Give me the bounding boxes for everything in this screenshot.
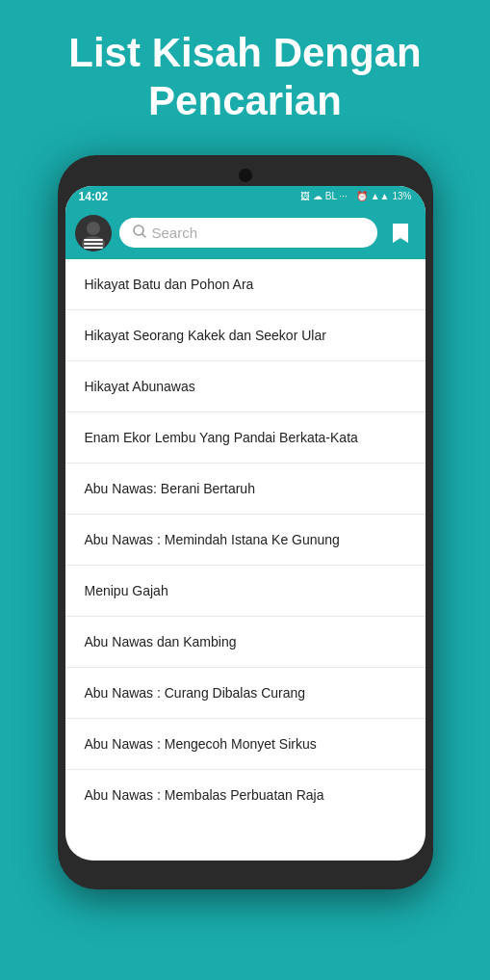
list-item[interactable]: Abu Nawas : Memindah Istana Ke Gunung: [65, 515, 426, 566]
battery-text: 13%: [392, 191, 411, 201]
search-icon: [133, 225, 146, 241]
list-container: Hikayat Batu dan Pohon AraHikayat Seoran…: [65, 259, 426, 820]
status-icons: 🖼 ☁ BL ··· ⏰ ▲▲ 13%: [300, 191, 411, 201]
phone-screen: 14:02 🖼 ☁ BL ··· ⏰ ▲▲ 13%: [65, 186, 426, 861]
hamburger-icon[interactable]: [75, 239, 112, 249]
signal-icons: ▲▲: [371, 191, 390, 201]
search-box[interactable]: Search: [119, 218, 377, 248]
search-placeholder-text: Search: [152, 225, 198, 241]
avatar-container: [75, 215, 112, 252]
list-item[interactable]: Hikayat Abunawas: [65, 361, 426, 412]
bookmark-button[interactable]: [385, 218, 416, 249]
notification-icons: 🖼 ☁ BL ···: [300, 191, 348, 201]
list-item[interactable]: Abu Nawas dan Kambing: [65, 617, 426, 668]
phone-frame: 14:02 🖼 ☁ BL ··· ⏰ ▲▲ 13%: [58, 155, 433, 889]
alarm-icon: ⏰: [356, 191, 368, 201]
list-item[interactable]: Hikayat Seorang Kakek dan Seekor Ular: [65, 310, 426, 361]
list-item[interactable]: Hikayat Batu dan Pohon Ara: [65, 259, 426, 310]
svg-line-3: [142, 234, 145, 237]
status-time: 14:02: [79, 190, 109, 203]
list-item[interactable]: Abu Nawas : Mengecoh Monyet Sirkus: [65, 719, 426, 770]
status-bar: 14:02 🖼 ☁ BL ··· ⏰ ▲▲ 13%: [65, 186, 426, 207]
page-title: List Kisah Dengan Pencarian: [39, 19, 450, 155]
list-item[interactable]: Abu Nawas : Membalas Perbuatan Raja: [65, 770, 426, 820]
list-item[interactable]: Enam Ekor Lembu Yang Pandai Berkata-Kata: [65, 412, 426, 464]
svg-point-0: [87, 222, 100, 235]
list-item[interactable]: Menipu Gajah: [65, 566, 426, 617]
list-item[interactable]: Abu Nawas: Berani Bertaruh: [65, 464, 426, 515]
camera-hole: [239, 169, 252, 182]
app-bar: Search: [65, 207, 426, 259]
list-item[interactable]: Abu Nawas : Curang Dibalas Curang: [65, 668, 426, 719]
